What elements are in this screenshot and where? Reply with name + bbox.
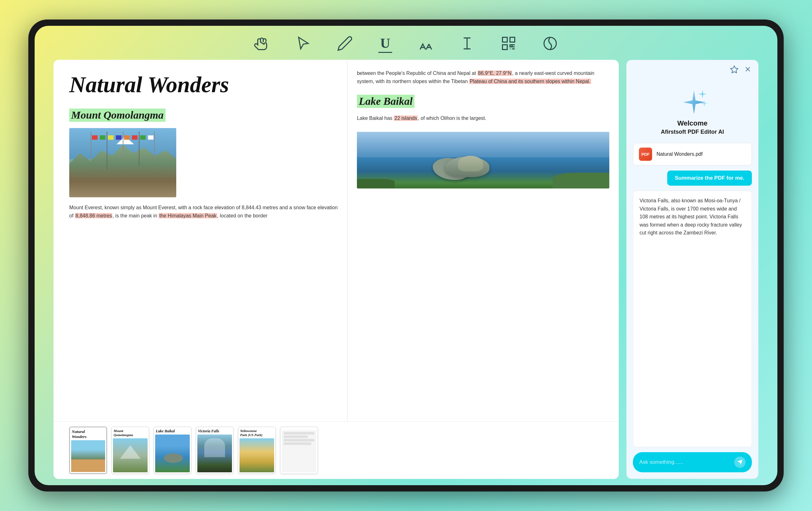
thumb-title-5: YellowstonePark (US Park) [238, 427, 276, 438]
ai-sparkle [633, 87, 752, 116]
thumb-title-1: NaturalWonders [70, 427, 106, 440]
coords-highlight: 86.9°E, 27.9°N [477, 70, 512, 76]
doc-title: Natural Wonders [69, 72, 338, 97]
thumb-lake-baikal[interactable]: Lake Baikal [153, 427, 191, 474]
thumb-mount-qomolangma[interactable]: MountQomolangma [111, 427, 149, 474]
main-area: Natural Wonders Mount Qomolangma [35, 60, 777, 485]
thumb-img-4 [197, 434, 232, 472]
thumb-yellowstone[interactable]: YellowstonePark (US Park) [238, 427, 276, 474]
ai-panel: Welcome Afirstsoft PDF Editor AI PDF Nat… [626, 60, 758, 479]
lake-baikal-image [357, 132, 609, 188]
device-frame: U [28, 20, 784, 491]
pdf-file-card: PDF Natural Wonders.pdf [633, 143, 752, 166]
ai-welcome-subtitle: Afirstsoft PDF Editor AI [633, 129, 752, 135]
everest-highlight-1: 8,848.86 metres [75, 213, 113, 218]
thumb-img-2 [113, 438, 148, 472]
pdf-filename: Natural Wonders.pdf [657, 151, 702, 157]
crop-tool[interactable] [542, 35, 558, 53]
thumb-title-3: Lake Baikal [154, 427, 191, 434]
thumb-title-2: MountQomolangma [112, 427, 149, 438]
ai-welcome: Welcome Afirstsoft PDF Editor AI [633, 81, 752, 143]
ai-welcome-title: Welcome [633, 119, 752, 127]
everest-text-3: , located on the border [217, 213, 267, 218]
hand-tool[interactable] [254, 35, 270, 54]
pdf-scroll-area: Natural Wonders Mount Qomolangma [54, 60, 619, 421]
section-heading-everest: Mount Qomolangma [69, 109, 166, 122]
pdf-icon: PDF [639, 148, 652, 161]
svg-line-2 [429, 44, 432, 50]
thumb-title-4: Victoria Falls [196, 427, 233, 434]
lake-text-1: Lake Baikal has [357, 116, 394, 121]
thumb-victoria-falls[interactable]: Victoria Falls [196, 427, 234, 474]
select-tool[interactable] [295, 35, 312, 53]
lake-text-2: , of which Olihon is the largest. [418, 116, 486, 121]
pdf-right-col: between the People's Republic of China a… [347, 60, 619, 421]
ai-response-card: Victoria Falls, also known as Mosi-oa-Tu… [633, 191, 752, 447]
thumb-img-5 [239, 438, 274, 472]
edit-tool[interactable] [337, 35, 353, 53]
plateau-highlight: Plateau of China and its southern slopes… [469, 79, 591, 84]
ai-input-area [633, 452, 752, 472]
thumbnail-strip: NaturalWonders MountQomolangma [54, 421, 619, 479]
pdf-label: PDF [641, 152, 649, 157]
thumb-img-1 [71, 440, 105, 472]
islands-highlight: 22 islands [394, 116, 418, 121]
ai-panel-body: Welcome Afirstsoft PDF Editor AI PDF Nat… [627, 78, 758, 479]
thumb-blank[interactable] [280, 427, 318, 474]
everest-body-text: Mount Everest, known simply as Mount Eve… [69, 204, 338, 220]
settings-icon[interactable] [730, 65, 739, 75]
ai-response-text: Victoria Falls, also known as Mosi-oa-Tu… [640, 197, 745, 237]
right-intro-text: between the People's Republic of China a… [357, 69, 609, 85]
send-button[interactable] [734, 457, 746, 468]
underline-tool[interactable]: U [378, 35, 392, 53]
ocr-tool[interactable] [500, 35, 517, 53]
text-t-tool[interactable] [459, 35, 475, 53]
section-heading-lake: Lake Baikal [357, 95, 414, 108]
svg-line-1 [426, 44, 429, 50]
pdf-content: Natural Wonders Mount Qomolangma [54, 60, 619, 479]
thumb-img-6 [282, 430, 316, 472]
svg-rect-8 [510, 37, 515, 42]
summarize-button[interactable]: Summarize the PDF for me. [667, 171, 752, 186]
svg-rect-7 [503, 37, 508, 42]
svg-marker-11 [730, 66, 738, 73]
thumb-title-6 [281, 427, 318, 429]
device-inner: U [35, 26, 777, 485]
toolbar: U [35, 26, 777, 60]
thumb-natural-wonders[interactable]: NaturalWonders [69, 427, 107, 474]
ai-input-field[interactable] [639, 459, 730, 465]
everest-image [69, 128, 176, 197]
everest-highlight-2: the Himalayas Main Peak [158, 213, 217, 218]
lake-baikal-text: Lake Baikal has 22 islands, of which Oli… [357, 114, 609, 122]
right-text-1: between the People's Republic of China a… [357, 70, 477, 76]
thumb-img-3 [155, 434, 190, 472]
pdf-viewer: Natural Wonders Mount Qomolangma [54, 60, 619, 479]
everest-text-2: , is the main peak in [112, 213, 158, 218]
text-a-tool[interactable] [417, 36, 434, 52]
ai-panel-header [627, 60, 758, 78]
close-icon[interactable] [744, 65, 752, 75]
pdf-left-col: Natural Wonders Mount Qomolangma [54, 60, 347, 421]
svg-rect-9 [503, 45, 508, 50]
